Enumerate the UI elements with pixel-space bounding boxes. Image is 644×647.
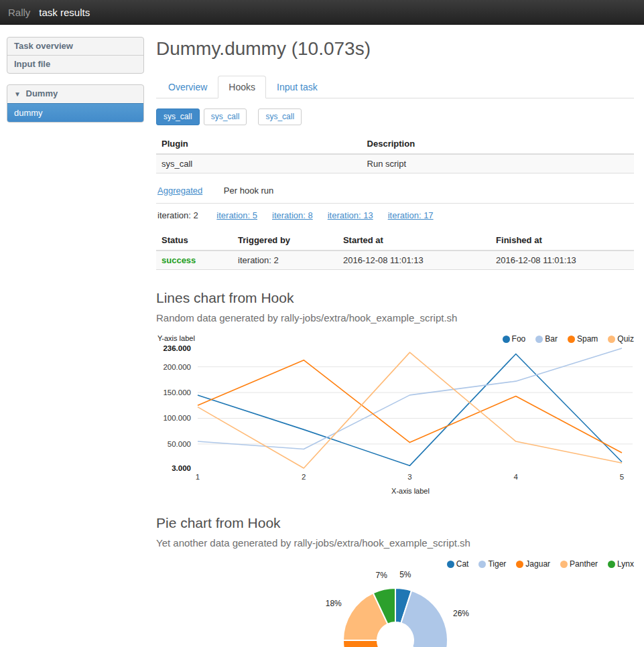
hook-button-3[interactable]: sys_call bbox=[258, 109, 302, 125]
iteration-active[interactable]: iteration: 2 bbox=[157, 210, 198, 220]
plugin-table-cell: sys_call bbox=[156, 154, 362, 173]
runs-table-header: Triggered by bbox=[233, 231, 338, 250]
lines-chart-header: Y-axis label FooBarSpamQuiz bbox=[156, 334, 634, 344]
legend-label: Tiger bbox=[488, 559, 506, 569]
plugin-table-header: Plugin bbox=[156, 135, 362, 154]
legend-label: Lynx bbox=[617, 559, 634, 569]
y-tick-label: 3.000 bbox=[172, 464, 191, 472]
runs-table-header: Status bbox=[156, 231, 233, 250]
line-series-spam bbox=[198, 360, 622, 453]
y-tick-label: 236.000 bbox=[163, 344, 191, 352]
legend-dot-icon bbox=[535, 336, 543, 343]
pie-chart-title: Pie chart from Hook bbox=[156, 515, 634, 531]
legend-item-bar[interactable]: Bar bbox=[535, 334, 558, 344]
x-tick-label: 5 bbox=[620, 473, 624, 481]
legend-dot-icon bbox=[560, 561, 568, 568]
hook-button-1[interactable]: sys_call bbox=[156, 109, 200, 125]
navbar-page-title: task results bbox=[39, 7, 90, 18]
runs-table-header: Finished at bbox=[491, 231, 634, 250]
legend-item-tiger[interactable]: Tiger bbox=[478, 559, 506, 569]
line-series-quiz bbox=[198, 352, 622, 468]
x-tick-label: 4 bbox=[514, 473, 519, 481]
y-tick-label: 50.000 bbox=[168, 440, 191, 448]
legend-item-foo[interactable]: Foo bbox=[503, 334, 526, 344]
hook-button-2[interactable]: sys_call bbox=[204, 109, 247, 125]
line-series-bar bbox=[198, 348, 622, 449]
tab-hooks[interactable]: Hooks bbox=[218, 76, 266, 98]
legend-dot-icon bbox=[447, 561, 454, 568]
pie-percent-label: 5% bbox=[399, 570, 411, 579]
legend-dot-icon bbox=[608, 561, 615, 568]
legend-dot-icon bbox=[608, 336, 615, 343]
legend-item-spam[interactable]: Spam bbox=[568, 334, 598, 344]
pie-chart-legend: CatTigerJaguarPantherLynx bbox=[437, 559, 634, 569]
legend-item-cat[interactable]: Cat bbox=[447, 559, 469, 569]
sidebar: Task overviewInput file ▼ Dummydummy bbox=[7, 37, 144, 647]
table-row: successiteration: 22016-12-08 11:01:1320… bbox=[156, 250, 634, 270]
pie-percent-label: 26% bbox=[453, 609, 469, 618]
iteration-link[interactable]: iteration: 8 bbox=[272, 210, 313, 220]
legend-item-quiz[interactable]: Quiz bbox=[608, 334, 634, 344]
sidebar-scenario-group: ▼ Dummydummy bbox=[7, 84, 144, 123]
legend-dot-icon bbox=[568, 336, 575, 343]
y-axis-label: Y-axis label bbox=[156, 334, 195, 342]
line-series-foo bbox=[198, 354, 622, 465]
iteration-link[interactable]: iteration: 17 bbox=[388, 210, 434, 220]
x-tick-label: 1 bbox=[196, 473, 200, 481]
top-navbar: Rally task results bbox=[0, 0, 644, 25]
sidebar-group-header-dummy[interactable]: ▼ Dummy bbox=[7, 85, 143, 103]
page-body: Task overviewInput file ▼ Dummydummy Dum… bbox=[0, 25, 644, 647]
tab-input-task[interactable]: Input task bbox=[266, 76, 328, 98]
pie-chart-subtitle: Yet another data generated by rally-jobs… bbox=[156, 537, 634, 549]
legend-label: Spam bbox=[577, 334, 598, 344]
x-axis-label: X-axis label bbox=[156, 487, 634, 495]
tab-bar: OverviewHooksInput task bbox=[156, 76, 634, 98]
iteration-link[interactable]: iteration: 13 bbox=[328, 210, 373, 220]
x-tick-label: 2 bbox=[302, 473, 306, 481]
started-at-cell: 2016-12-08 11:01:13 bbox=[338, 250, 491, 270]
sidebar-item-input-file[interactable]: Input file bbox=[7, 55, 143, 73]
tab-overview[interactable]: Overview bbox=[157, 76, 218, 98]
legend-label: Bar bbox=[545, 334, 558, 344]
pie-percent-label: 18% bbox=[326, 599, 342, 608]
table-row: sys_callRun script bbox=[156, 154, 634, 173]
pie-percent-label: 7% bbox=[376, 571, 388, 580]
aggregated-link[interactable]: Aggregated bbox=[157, 186, 202, 196]
legend-label: Quiz bbox=[617, 334, 634, 344]
legend-item-lynx[interactable]: Lynx bbox=[608, 559, 634, 569]
y-tick-label: 100.000 bbox=[163, 414, 191, 422]
triggered-by-cell: iteration: 2 bbox=[233, 250, 338, 270]
pie-chart-header: CatTigerJaguarPantherLynx bbox=[156, 559, 634, 569]
plugin-table-cell: Run script bbox=[362, 154, 634, 173]
rally-brand[interactable]: Rally bbox=[8, 7, 30, 18]
lines-chart-subtitle: Random data generated by rally-jobs/extr… bbox=[156, 312, 634, 324]
x-tick-label: 3 bbox=[407, 473, 411, 481]
iteration-links-row: iteration: 2 iteration: 5iteration: 8ite… bbox=[156, 204, 634, 222]
lines-chart-legend: FooBarSpamQuiz bbox=[493, 334, 634, 344]
legend-item-panther[interactable]: Panther bbox=[560, 559, 598, 569]
lines-chart: 236.000200.000150.000100.00050.0003.0001… bbox=[156, 344, 634, 486]
lines-chart-title: Lines chart from Hook bbox=[156, 290, 634, 306]
hook-buttons-row: sys_callsys_callsys_call bbox=[156, 109, 634, 125]
finished-at-cell: 2016-12-08 11:01:13 bbox=[491, 250, 634, 270]
sidebar-item-task-overview[interactable]: Task overview bbox=[7, 38, 143, 55]
view-toggle-row: Aggregated Per hook run bbox=[156, 184, 634, 204]
runs-table-header: Started at bbox=[338, 231, 491, 250]
legend-label: Panther bbox=[570, 559, 598, 569]
legend-label: Foo bbox=[512, 334, 526, 344]
sidebar-item-dummy[interactable]: dummy bbox=[7, 103, 143, 122]
legend-dot-icon bbox=[516, 561, 523, 568]
plugin-table-header: Description bbox=[362, 135, 634, 154]
legend-item-jaguar[interactable]: Jaguar bbox=[516, 559, 550, 569]
main-content: Dummy.dummy (10.073s) OverviewHooksInput… bbox=[156, 37, 634, 647]
collapse-triangle-icon: ▼ bbox=[14, 90, 21, 98]
pie-chart: 5%26%44%18%7% bbox=[156, 569, 634, 647]
y-tick-label: 200.000 bbox=[163, 363, 191, 371]
iteration-link[interactable]: iteration: 5 bbox=[216, 210, 257, 220]
runs-table: StatusTriggered byStarted atFinished at … bbox=[156, 231, 634, 270]
legend-label: Jaguar bbox=[525, 559, 550, 569]
y-tick-label: 150.000 bbox=[163, 388, 191, 397]
per-hook-run-label[interactable]: Per hook run bbox=[224, 186, 273, 196]
legend-dot-icon bbox=[503, 336, 510, 343]
status-cell: success bbox=[156, 250, 233, 270]
